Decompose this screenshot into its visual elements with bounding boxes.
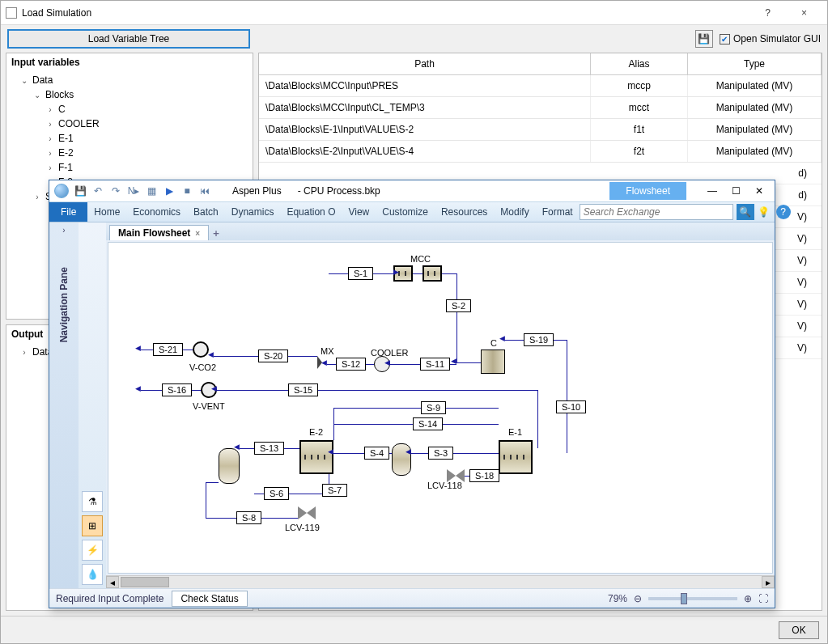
stream-s9[interactable]: S-9 bbox=[421, 401, 446, 414]
close-button[interactable]: × bbox=[786, 2, 822, 24]
expand-icon[interactable]: › bbox=[45, 120, 55, 129]
search-button[interactable]: 🔍 bbox=[737, 204, 754, 220]
block-flash-2[interactable] bbox=[219, 448, 240, 484]
tree-row[interactable]: ⌄Blocks bbox=[10, 87, 249, 102]
canvas-h-scrollbar[interactable]: ◂ ▸ bbox=[106, 575, 775, 588]
tree-row[interactable]: ›F-1 bbox=[10, 160, 249, 175]
zoom-slider[interactable] bbox=[648, 597, 737, 600]
qat-undo-icon[interactable]: ↶ bbox=[91, 185, 104, 197]
stream-s20[interactable]: S-20 bbox=[258, 350, 288, 362]
help-icon[interactable]: ? bbox=[776, 205, 791, 219]
grid-row[interactable]: \Data\Blocks\E-1\Input\VALUE\S-2f1tManip… bbox=[259, 119, 822, 141]
expand-icon[interactable]: › bbox=[45, 105, 55, 114]
context-tab-flowsheet[interactable]: Flowsheet bbox=[609, 182, 686, 200]
aspen-close-button[interactable]: ✕ bbox=[755, 185, 763, 197]
stream-s14[interactable]: S-14 bbox=[413, 417, 443, 430]
expand-icon[interactable]: › bbox=[45, 134, 55, 143]
stream-s1[interactable]: S-1 bbox=[348, 267, 373, 280]
navigation-pane[interactable]: › Navigation Pane bbox=[49, 222, 79, 588]
scroll-thumb[interactable] bbox=[121, 577, 169, 587]
search-exchange-input[interactable] bbox=[580, 204, 733, 220]
lightbulb-icon[interactable]: 💡 bbox=[758, 206, 770, 218]
stream-s16[interactable]: S-16 bbox=[162, 383, 192, 396]
flowsheet-canvas[interactable]: MCC S-1 S-2 C S-19 COOLER bbox=[108, 242, 773, 574]
block-lcv119[interactable] bbox=[298, 506, 316, 519]
stream-s8[interactable]: S-8 bbox=[236, 511, 261, 524]
help-button[interactable]: ? bbox=[749, 2, 786, 24]
stream-s15[interactable]: S-15 bbox=[288, 383, 318, 396]
grid-row[interactable]: \Data\Blocks\MCC\Input\CL_TEMP\3mcctMani… bbox=[259, 97, 822, 119]
expand-icon[interactable]: › bbox=[32, 193, 42, 201]
stream-s12[interactable]: S-12 bbox=[336, 358, 366, 371]
stream-s18[interactable]: S-18 bbox=[469, 469, 499, 482]
check-status-button[interactable]: Check Status bbox=[172, 591, 247, 607]
stream-s13[interactable]: S-13 bbox=[254, 442, 284, 455]
fit-screen-icon[interactable]: ⛶ bbox=[758, 593, 768, 604]
scroll-left-icon[interactable]: ◂ bbox=[106, 576, 119, 588]
grid-row[interactable]: \Data\Blocks\E-2\Input\VALUE\S-4f2tManip… bbox=[259, 141, 822, 163]
qat-stop-icon[interactable]: ■ bbox=[180, 185, 193, 197]
collapse-icon[interactable]: ⌄ bbox=[19, 76, 29, 85]
navpane-collapse-icon[interactable]: › bbox=[62, 226, 65, 235]
expand-icon[interactable]: › bbox=[45, 163, 55, 172]
qat-redo-icon[interactable]: ↷ bbox=[109, 185, 122, 197]
qat-next-icon[interactable]: N▸ bbox=[127, 185, 140, 197]
open-simulator-checkbox[interactable]: ✔ Open Simulator GUI bbox=[720, 33, 821, 44]
palette-flowsheet-icon[interactable]: ⊞ bbox=[82, 515, 103, 536]
stream-s4[interactable]: S-4 bbox=[364, 447, 389, 460]
stream-s2[interactable]: S-2 bbox=[446, 299, 471, 312]
ribbon-tab-economics[interactable]: Economics bbox=[126, 202, 187, 222]
collapse-icon[interactable]: ⌄ bbox=[32, 91, 42, 100]
expand-icon[interactable]: › bbox=[45, 149, 55, 158]
stream-s19[interactable]: S-19 bbox=[524, 333, 554, 346]
load-variable-tree-button[interactable]: Load Variable Tree bbox=[7, 29, 250, 49]
qat-reset-icon[interactable]: ⏮ bbox=[198, 185, 211, 197]
stream-s6[interactable]: S-6 bbox=[264, 487, 289, 500]
aspen-maximize-button[interactable]: ☐ bbox=[732, 185, 741, 197]
expand-icon[interactable]: › bbox=[19, 348, 29, 357]
block-mcc-stage[interactable] bbox=[422, 265, 442, 282]
tree-row[interactable]: ›C bbox=[10, 102, 249, 117]
qat-run-icon[interactable]: ▶ bbox=[163, 185, 176, 197]
palette-flask-icon[interactable]: ⚗ bbox=[82, 491, 103, 512]
tree-row[interactable]: ⌄Data bbox=[10, 73, 249, 87]
ribbon-tab-modify[interactable]: Modify bbox=[494, 202, 535, 222]
block-e2[interactable] bbox=[299, 440, 333, 474]
palette-droplet-icon[interactable]: 💧 bbox=[82, 564, 103, 585]
stream-s21[interactable]: S-21 bbox=[153, 343, 183, 356]
stream-s7[interactable]: S-7 bbox=[322, 484, 347, 497]
grid-row[interactable]: \Data\Blocks\MCC\Input\PRESmccpManipulat… bbox=[259, 75, 822, 97]
block-e1[interactable] bbox=[499, 440, 533, 474]
add-tab-button[interactable]: ＋ bbox=[209, 227, 223, 240]
palette-energy-icon[interactable]: ⚡ bbox=[82, 540, 103, 561]
tree-row[interactable]: ›E-1 bbox=[10, 131, 249, 146]
tab-close-icon[interactable]: × bbox=[195, 229, 200, 238]
ribbon-tab-dynamics[interactable]: Dynamics bbox=[225, 202, 281, 222]
col-type[interactable]: Type bbox=[688, 53, 822, 74]
stream-s3[interactable]: S-3 bbox=[428, 447, 453, 460]
ribbon-tab-home[interactable]: Home bbox=[87, 202, 126, 222]
ribbon-tab-resources[interactable]: Resources bbox=[435, 202, 494, 222]
block-vco2[interactable] bbox=[193, 341, 209, 358]
ribbon-tab-format[interactable]: Format bbox=[536, 202, 580, 222]
tree-row[interactable]: ›COOLER bbox=[10, 117, 249, 131]
ribbon-tab-batch[interactable]: Batch bbox=[187, 202, 225, 222]
aspen-minimize-button[interactable]: — bbox=[707, 185, 717, 197]
ribbon-tab-view[interactable]: View bbox=[342, 202, 376, 222]
tree-row[interactable]: ›E-2 bbox=[10, 146, 249, 160]
zoom-out-button[interactable]: ⊖ bbox=[634, 593, 642, 604]
qat-save-icon[interactable]: 💾 bbox=[74, 185, 87, 197]
scroll-right-icon[interactable]: ▸ bbox=[762, 576, 775, 588]
ribbon-file-tab[interactable]: File bbox=[49, 202, 87, 222]
ribbon-tab-customize[interactable]: Customize bbox=[376, 202, 435, 222]
ok-button[interactable]: OK bbox=[779, 621, 819, 639]
ribbon-tab-equation-o[interactable]: Equation O bbox=[280, 202, 342, 222]
main-flowsheet-tab[interactable]: Main Flowsheet × bbox=[109, 225, 209, 240]
col-alias[interactable]: Alias bbox=[591, 53, 688, 74]
col-path[interactable]: Path bbox=[259, 53, 591, 74]
zoom-in-button[interactable]: ⊕ bbox=[744, 593, 752, 604]
qat-panel-icon[interactable]: ▦ bbox=[145, 185, 158, 197]
save-icon[interactable]: 💾 bbox=[695, 30, 713, 48]
stream-s11[interactable]: S-11 bbox=[420, 358, 450, 371]
block-compressor[interactable] bbox=[481, 350, 505, 374]
